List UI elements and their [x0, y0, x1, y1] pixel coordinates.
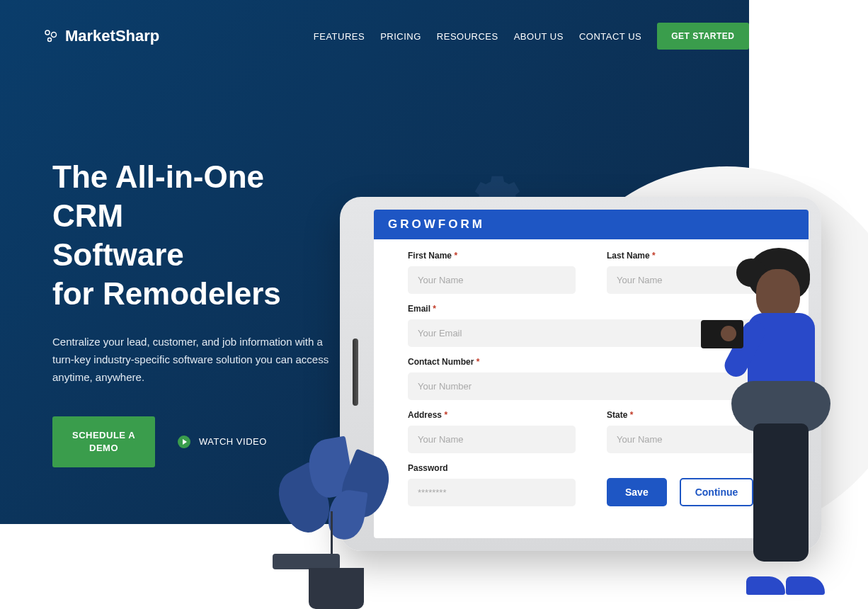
contact-label: Contact Number *	[408, 357, 775, 367]
form-title: GROWFORM	[374, 210, 809, 239]
nav-resources[interactable]: RESOURCES	[437, 31, 498, 42]
hero-title: The All-in-One CRM Software for Remodele…	[52, 157, 340, 313]
person-illustration	[721, 241, 855, 602]
login-button[interactable]: LOGIN	[765, 23, 826, 50]
first-name-label: First Name *	[408, 251, 576, 261]
get-started-button[interactable]: GET STARTED	[657, 23, 748, 50]
nav-features[interactable]: FEATURES	[314, 31, 365, 42]
nav-contact[interactable]: CONTACT US	[579, 31, 641, 42]
address-label: Address *	[408, 410, 576, 420]
watch-video-label: WATCH VIDEO	[199, 436, 267, 447]
hero-description: Centralize your lead, customer, and job …	[52, 333, 340, 387]
save-button[interactable]: Save	[607, 478, 667, 506]
svg-point-0	[45, 30, 50, 35]
gear-icon	[42, 28, 59, 45]
email-label: Email *	[408, 304, 775, 314]
plant-illustration	[273, 405, 400, 609]
brand-logo[interactable]: MarketSharp	[42, 27, 159, 45]
first-name-input[interactable]	[408, 266, 576, 294]
tablet-home-button	[353, 338, 358, 406]
svg-point-2	[48, 38, 52, 42]
password-input[interactable]	[408, 479, 576, 506]
watch-video-link[interactable]: WATCH VIDEO	[178, 436, 267, 448]
main-nav: FEATURES PRICING RESOURCES ABOUT US CONT…	[314, 23, 826, 50]
nav-pricing[interactable]: PRICING	[380, 31, 421, 42]
contact-input[interactable]	[408, 372, 775, 400]
brand-name: MarketSharp	[65, 27, 159, 45]
play-icon	[178, 436, 190, 448]
site-header: MarketSharp FEATURES PRICING RESOURCES A…	[0, 0, 868, 72]
address-input[interactable]	[408, 426, 576, 453]
nav-about[interactable]: ABOUT US	[514, 31, 564, 42]
password-label: Password	[408, 463, 576, 473]
schedule-demo-button[interactable]: SCHEDULE A DEMO	[52, 416, 155, 467]
svg-point-1	[52, 33, 57, 38]
